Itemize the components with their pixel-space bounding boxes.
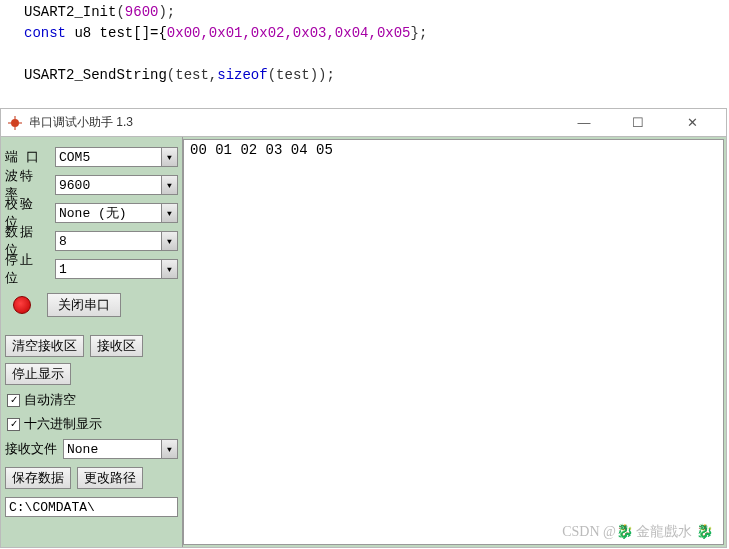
serial-debug-window: 串口调试小助手 1.3 — ☐ ✕ 端 口 COM5▼ 波特率 9600▼ 校验…: [0, 108, 727, 548]
dropdown-icon[interactable]: ▼: [161, 148, 177, 166]
baud-combo[interactable]: 9600▼: [55, 175, 178, 195]
auto-clear-checkbox[interactable]: [7, 394, 20, 407]
stopbits-combo[interactable]: 1▼: [55, 259, 178, 279]
hex-display-checkbox[interactable]: [7, 418, 20, 431]
hex-display-label: 十六进制显示: [24, 415, 102, 433]
dropdown-icon[interactable]: ▼: [161, 260, 177, 278]
clear-rx-button[interactable]: 清空接收区: [5, 335, 84, 357]
dropdown-icon[interactable]: ▼: [161, 232, 177, 250]
close-port-button[interactable]: 关闭串口: [47, 293, 121, 317]
port-label: 端 口: [5, 148, 49, 166]
watermark: CSDN @🐉 金龍戲水 🐉: [562, 523, 713, 541]
dropdown-icon[interactable]: ▼: [161, 440, 177, 458]
databits-combo[interactable]: 8▼: [55, 231, 178, 251]
maximize-button[interactable]: ☐: [620, 112, 656, 134]
auto-clear-label: 自动清空: [24, 391, 76, 409]
change-path-button[interactable]: 更改路径: [77, 467, 143, 489]
titlebar[interactable]: 串口调试小助手 1.3 — ☐ ✕: [1, 109, 726, 137]
dropdown-icon[interactable]: ▼: [161, 204, 177, 222]
settings-panel: 端 口 COM5▼ 波特率 9600▼ 校验位 None (无)▼ 数据位 8▼…: [1, 137, 183, 547]
rx-file-combo[interactable]: None▼: [63, 439, 178, 459]
parity-combo[interactable]: None (无)▼: [55, 203, 178, 223]
save-data-button[interactable]: 保存数据: [5, 467, 71, 489]
code-snippet: USART2_Init(9600); const u8 test[]={0x00…: [0, 0, 729, 94]
status-led-icon: [13, 296, 31, 314]
dropdown-icon[interactable]: ▼: [161, 176, 177, 194]
rx-area-button[interactable]: 接收区: [90, 335, 143, 357]
app-icon: [7, 115, 23, 131]
svg-point-0: [11, 119, 19, 127]
rx-file-label: 接收文件: [5, 440, 57, 458]
port-combo[interactable]: COM5▼: [55, 147, 178, 167]
stop-display-button[interactable]: 停止显示: [5, 363, 71, 385]
minimize-button[interactable]: —: [566, 112, 602, 134]
receive-text-area[interactable]: 00 01 02 03 04 05: [183, 139, 724, 545]
close-button[interactable]: ✕: [674, 112, 710, 134]
path-display: C:\COMDATA\: [5, 497, 178, 517]
received-data: 00 01 02 03 04 05: [190, 142, 333, 158]
stopbits-label: 停止位: [5, 251, 49, 287]
window-title: 串口调试小助手 1.3: [29, 114, 566, 131]
